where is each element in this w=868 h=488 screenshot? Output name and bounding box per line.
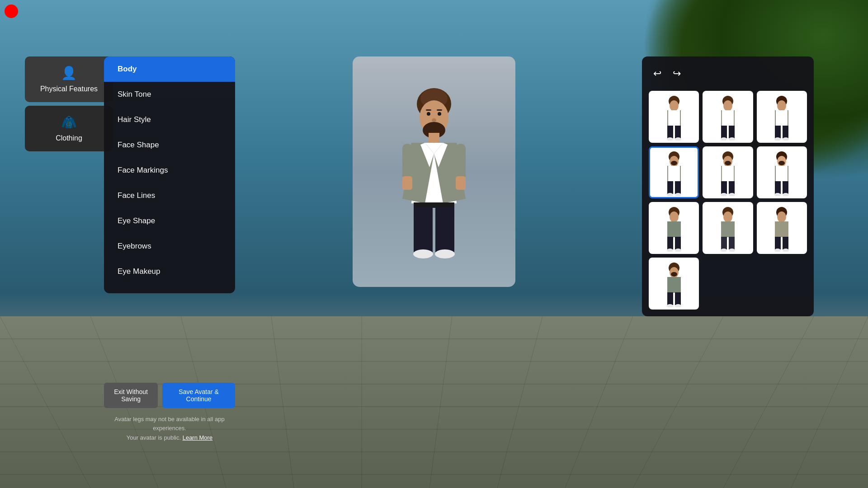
avatar-figure: [389, 77, 479, 267]
svg-rect-84: [775, 181, 781, 194]
svg-rect-83: [776, 166, 788, 182]
svg-rect-74: [722, 166, 734, 182]
avatar-thumb-figure-3: [766, 93, 797, 141]
menu-item-eyebrows[interactable]: Eyebrows: [104, 234, 235, 259]
avatar-thumb-figure-1: [658, 93, 690, 141]
svg-point-22: [427, 112, 430, 116]
menu-item-eye-shape[interactable]: Eye Shape: [104, 208, 235, 234]
svg-rect-98: [721, 237, 727, 249]
svg-rect-92: [675, 237, 681, 249]
avatar-option-3[interactable]: [757, 91, 807, 143]
svg-rect-41: [667, 126, 673, 138]
svg-rect-90: [667, 221, 681, 237]
avatar-option-5[interactable]: [703, 146, 753, 198]
avatar-option-6[interactable]: [757, 146, 807, 198]
svg-rect-76: [729, 181, 735, 194]
avatar-option-4[interactable]: [649, 146, 699, 198]
avatar-option-8[interactable]: [703, 202, 753, 254]
menu-item-body[interactable]: Body: [104, 56, 235, 82]
right-panel: ↩ ↪: [642, 56, 814, 316]
footer-line1: Avatar legs may not be available in all …: [114, 416, 224, 432]
avatar-option-9[interactable]: [757, 202, 807, 254]
right-panel-header: ↩ ↪: [649, 63, 807, 84]
svg-rect-48: [722, 110, 734, 126]
menu-item-hair-style[interactable]: Hair Style: [104, 107, 235, 132]
svg-line-17: [791, 316, 868, 488]
menu-item-face-markings[interactable]: Face Markings: [104, 158, 235, 183]
redo-button[interactable]: ↪: [670, 66, 683, 82]
svg-point-32: [435, 249, 455, 258]
avatar-thumb-figure-5: [712, 149, 744, 196]
undo-button[interactable]: ↩: [651, 66, 664, 82]
svg-line-14: [565, 316, 633, 488]
svg-point-23: [438, 112, 441, 116]
svg-rect-27: [429, 133, 439, 143]
svg-point-81: [778, 161, 785, 165]
menu-item-face-lines[interactable]: Face Lines: [104, 183, 235, 208]
menu-item-face-shape[interactable]: Face Shape: [104, 132, 235, 158]
red-indicator: [5, 5, 18, 18]
svg-rect-25: [437, 109, 442, 111]
svg-point-96: [723, 211, 732, 222]
category-sidebar: 👤 Physical Features 🧥 Clothing: [25, 56, 113, 151]
footer-text: Avatar legs may not be available in all …: [104, 415, 235, 443]
avatar-option-7[interactable]: [649, 202, 699, 254]
svg-rect-105: [775, 237, 781, 249]
svg-point-46: [723, 100, 732, 111]
svg-point-38: [670, 100, 679, 111]
svg-rect-50: [729, 126, 735, 138]
svg-rect-49: [721, 126, 727, 138]
svg-rect-33: [456, 144, 466, 180]
svg-rect-99: [729, 237, 735, 249]
svg-line-16: [723, 316, 814, 488]
physical-features-label: Physical Features: [40, 85, 98, 93]
avatar-option-2[interactable]: [703, 91, 753, 143]
svg-rect-42: [675, 126, 681, 138]
svg-point-31: [413, 249, 433, 258]
bottom-section: Exit Without Saving Save Avatar & Contin…: [104, 383, 235, 443]
svg-line-12: [429, 316, 452, 488]
avatar-preview-area: [353, 56, 515, 287]
sidebar-item-physical-features[interactable]: 👤 Physical Features: [25, 56, 113, 102]
svg-rect-104: [775, 221, 788, 237]
svg-rect-114: [675, 292, 681, 305]
menu-panel: Body Skin Tone Hair Style Face Shape Fac…: [104, 56, 235, 293]
avatar-thumb-figure-2: [712, 93, 744, 141]
learn-more-link[interactable]: Learn More: [183, 434, 212, 441]
svg-line-7: [0, 316, 90, 488]
avatar-thumb-figure-4: [658, 149, 690, 196]
svg-rect-30: [435, 207, 454, 252]
svg-point-63: [671, 161, 677, 165]
svg-line-13: [497, 316, 542, 488]
svg-line-10: [271, 316, 294, 488]
svg-rect-91: [667, 237, 673, 249]
footer-line2: Your avatar is public.: [127, 434, 181, 441]
sidebar-item-clothing[interactable]: 🧥 Clothing: [25, 106, 113, 151]
svg-rect-75: [721, 181, 727, 194]
svg-point-89: [670, 211, 679, 222]
svg-rect-57: [775, 126, 781, 138]
svg-point-54: [777, 100, 786, 111]
svg-rect-34: [456, 176, 466, 190]
svg-point-26: [432, 118, 436, 122]
avatar-thumb-figure-8: [712, 204, 744, 252]
svg-rect-58: [783, 126, 788, 138]
exit-button[interactable]: Exit Without Saving: [104, 383, 158, 408]
avatar-thumb-figure-9: [766, 204, 797, 252]
clothing-label: Clothing: [56, 134, 82, 142]
button-row: Exit Without Saving Save Avatar & Contin…: [104, 383, 235, 408]
avatar-option-1[interactable]: [649, 91, 699, 143]
clothing-icon: 🧥: [61, 115, 77, 130]
avatar-option-10[interactable]: [649, 258, 699, 310]
svg-rect-65: [668, 166, 680, 182]
svg-rect-112: [667, 277, 681, 293]
svg-rect-40: [668, 110, 680, 126]
menu-item-eye-makeup[interactable]: Eye Makeup: [104, 259, 235, 284]
svg-rect-66: [667, 181, 673, 194]
menu-item-skin-tone[interactable]: Skin Tone: [104, 82, 235, 107]
save-button[interactable]: Save Avatar & Continue: [162, 383, 235, 408]
svg-rect-35: [402, 144, 412, 180]
svg-point-111: [671, 272, 677, 277]
avatars-grid: [649, 91, 807, 310]
avatar-thumb-figure-7: [658, 204, 690, 252]
